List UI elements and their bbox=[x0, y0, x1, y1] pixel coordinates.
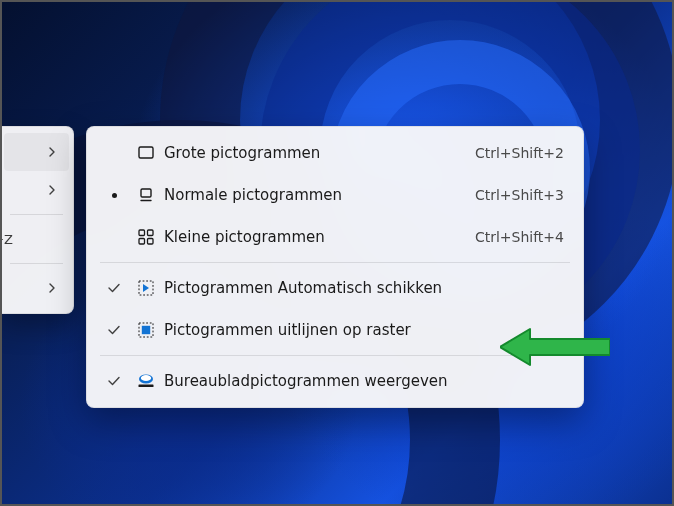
large-icons-icon bbox=[128, 143, 164, 163]
svg-rect-3 bbox=[139, 230, 145, 236]
auto-arrange-icon bbox=[128, 278, 164, 298]
context-menu-parent: Ctrl+Z bbox=[0, 126, 74, 314]
parent-item-view[interactable] bbox=[4, 133, 69, 171]
chevron-right-icon bbox=[47, 280, 57, 296]
parent-item-new[interactable] bbox=[0, 269, 73, 307]
check-marker bbox=[100, 281, 128, 295]
svg-rect-4 bbox=[148, 230, 154, 236]
svg-rect-1 bbox=[141, 189, 151, 197]
shortcut-label: Ctrl+Shift+4 bbox=[475, 229, 564, 245]
menu-label: Grote pictogrammen bbox=[164, 144, 475, 162]
medium-icons-icon bbox=[128, 185, 164, 205]
separator bbox=[10, 214, 63, 215]
menu-item-align-to-grid[interactable]: Pictogrammen uitlijnen op raster bbox=[92, 309, 578, 351]
menu-label: Normale pictogrammen bbox=[164, 186, 475, 204]
check-marker bbox=[100, 374, 128, 388]
small-icons-icon bbox=[128, 227, 164, 247]
parent-item-undo[interactable]: Ctrl+Z bbox=[0, 220, 73, 258]
menu-label: Pictogrammen Automatisch schikken bbox=[164, 279, 564, 297]
show-desktop-icons-icon bbox=[128, 371, 164, 391]
parent-item-sort[interactable] bbox=[0, 171, 73, 209]
svg-rect-9 bbox=[142, 326, 150, 334]
svg-point-11 bbox=[141, 375, 151, 381]
menu-item-small-icons[interactable]: Kleine pictogrammen Ctrl+Shift+4 bbox=[92, 216, 578, 258]
menu-label: Kleine pictogrammen bbox=[164, 228, 475, 246]
chevron-right-icon bbox=[47, 144, 57, 160]
menu-item-medium-icons[interactable]: Normale pictogrammen Ctrl+Shift+3 bbox=[92, 174, 578, 216]
separator bbox=[100, 355, 570, 356]
check-marker bbox=[100, 323, 128, 337]
shortcut-label: Ctrl+Shift+2 bbox=[475, 145, 564, 161]
radio-marker bbox=[100, 193, 128, 198]
shortcut-label: Ctrl+Z bbox=[0, 232, 13, 247]
menu-item-large-icons[interactable]: Grote pictogrammen Ctrl+Shift+2 bbox=[92, 132, 578, 174]
align-grid-icon bbox=[128, 320, 164, 340]
menu-label: Bureaubladpictogrammen weergeven bbox=[164, 372, 564, 390]
menu-item-auto-arrange[interactable]: Pictogrammen Automatisch schikken bbox=[92, 267, 578, 309]
svg-rect-0 bbox=[139, 147, 153, 158]
shortcut-label: Ctrl+Shift+3 bbox=[475, 187, 564, 203]
view-submenu: Grote pictogrammen Ctrl+Shift+2 Normale … bbox=[86, 126, 584, 408]
svg-rect-12 bbox=[139, 385, 154, 388]
chevron-right-icon bbox=[47, 182, 57, 198]
separator bbox=[10, 263, 63, 264]
separator bbox=[100, 262, 570, 263]
menu-item-show-desktop-icons[interactable]: Bureaubladpictogrammen weergeven bbox=[92, 360, 578, 402]
menu-label: Pictogrammen uitlijnen op raster bbox=[164, 321, 564, 339]
svg-rect-5 bbox=[139, 239, 145, 245]
svg-rect-6 bbox=[148, 239, 154, 245]
